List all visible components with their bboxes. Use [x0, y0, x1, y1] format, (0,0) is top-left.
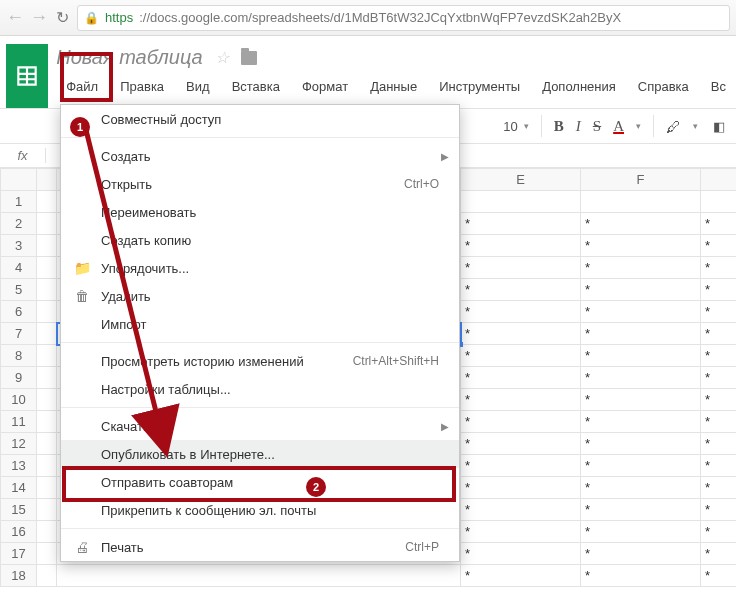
row-header[interactable]: 18 — [1, 565, 37, 587]
cell[interactable]: * — [581, 301, 701, 323]
cell[interactable] — [37, 367, 57, 389]
cell[interactable]: * — [461, 521, 581, 543]
file-menu-item[interactable]: Скачать как▶ — [61, 412, 459, 440]
file-menu-item[interactable]: ОткрытьCtrl+O — [61, 170, 459, 198]
cell[interactable]: * — [701, 433, 737, 455]
cell[interactable]: * — [701, 565, 737, 587]
row-header[interactable]: 5 — [1, 279, 37, 301]
file-menu-item[interactable]: Совместный доступ — [61, 105, 459, 133]
file-menu-item[interactable]: Прикрепить к сообщению эл. почты — [61, 496, 459, 524]
cell[interactable] — [581, 191, 701, 213]
cell[interactable]: * — [701, 411, 737, 433]
cell[interactable] — [57, 565, 461, 587]
cell[interactable] — [37, 477, 57, 499]
cell[interactable]: * — [701, 499, 737, 521]
file-menu-item[interactable]: Опубликовать в Интернете... — [61, 440, 459, 468]
cell[interactable] — [37, 565, 57, 587]
cell[interactable]: * — [461, 213, 581, 235]
cell[interactable]: * — [701, 323, 737, 345]
cell[interactable]: * — [581, 521, 701, 543]
row-header[interactable]: 2 — [1, 213, 37, 235]
cell[interactable]: * — [461, 323, 581, 345]
cell[interactable]: * — [581, 345, 701, 367]
cell[interactable]: * — [581, 477, 701, 499]
menu-данные[interactable]: Данные — [360, 75, 427, 98]
borders-button[interactable]: ◧ — [710, 119, 728, 134]
cell[interactable]: * — [581, 323, 701, 345]
row-header[interactable]: 11 — [1, 411, 37, 433]
cell[interactable] — [37, 389, 57, 411]
star-icon[interactable]: ☆ — [215, 48, 229, 67]
menu-правка[interactable]: Правка — [110, 75, 174, 98]
cell[interactable] — [37, 235, 57, 257]
url-bar[interactable]: 🔒 https ://docs.google.com/spreadsheets/… — [77, 5, 730, 31]
font-size-select[interactable]: 10▾ — [503, 119, 528, 134]
menu-вс[interactable]: Вс — [701, 75, 736, 98]
cell[interactable]: * — [581, 565, 701, 587]
cell[interactable]: * — [701, 367, 737, 389]
menu-справка[interactable]: Справка — [628, 75, 699, 98]
file-menu-item[interactable]: Отправить соавторам — [61, 468, 459, 496]
cell[interactable]: * — [581, 433, 701, 455]
file-menu-item[interactable]: Просмотреть историю измененийCtrl+Alt+Sh… — [61, 347, 459, 375]
cell[interactable]: * — [461, 389, 581, 411]
col-header[interactable]: F — [581, 169, 701, 191]
cell[interactable]: * — [701, 279, 737, 301]
cell[interactable]: * — [701, 455, 737, 477]
menu-дополнения[interactable]: Дополнения — [532, 75, 626, 98]
cell[interactable]: * — [461, 565, 581, 587]
row-header[interactable]: 15 — [1, 499, 37, 521]
cell[interactable]: * — [581, 235, 701, 257]
cell[interactable] — [37, 411, 57, 433]
cell[interactable] — [37, 543, 57, 565]
cell[interactable]: * — [701, 235, 737, 257]
cell[interactable] — [37, 257, 57, 279]
file-menu-item[interactable]: 📁Упорядочить... — [61, 254, 459, 282]
cell[interactable]: * — [581, 279, 701, 301]
file-menu-item[interactable]: Создать копию — [61, 226, 459, 254]
cell[interactable]: * — [581, 257, 701, 279]
italic-button[interactable]: I — [576, 118, 581, 135]
cell[interactable] — [37, 499, 57, 521]
cell[interactable]: * — [461, 499, 581, 521]
cell[interactable]: * — [701, 345, 737, 367]
cell[interactable]: * — [701, 477, 737, 499]
col-header[interactable] — [701, 169, 737, 191]
menu-вид[interactable]: Вид — [176, 75, 220, 98]
row-header[interactable]: 12 — [1, 433, 37, 455]
doc-title[interactable]: Новая таблица — [56, 46, 202, 69]
strike-button[interactable]: S — [593, 118, 601, 135]
cell[interactable] — [37, 279, 57, 301]
cell[interactable]: * — [701, 521, 737, 543]
cell[interactable]: * — [701, 257, 737, 279]
row-header[interactable]: 1 — [1, 191, 37, 213]
cell[interactable]: * — [461, 257, 581, 279]
nav-back-icon[interactable]: ← — [6, 7, 24, 28]
cell[interactable]: * — [581, 543, 701, 565]
row-header[interactable]: 9 — [1, 367, 37, 389]
reload-icon[interactable]: ↻ — [56, 8, 69, 27]
text-color-button[interactable]: A — [613, 118, 624, 135]
cell[interactable]: * — [581, 213, 701, 235]
menu-формат[interactable]: Формат — [292, 75, 358, 98]
cell[interactable] — [37, 323, 57, 345]
cell[interactable] — [37, 191, 57, 213]
menu-файл[interactable]: Файл — [56, 75, 108, 98]
row-header[interactable]: 4 — [1, 257, 37, 279]
cell[interactable] — [37, 345, 57, 367]
cell[interactable]: * — [461, 367, 581, 389]
cell[interactable]: * — [461, 345, 581, 367]
cell[interactable]: * — [581, 411, 701, 433]
row-header[interactable]: 7 — [1, 323, 37, 345]
cell[interactable]: * — [581, 455, 701, 477]
cell[interactable]: * — [461, 543, 581, 565]
row-header[interactable]: 16 — [1, 521, 37, 543]
file-menu-item[interactable]: Создать▶ — [61, 142, 459, 170]
row-header[interactable]: 10 — [1, 389, 37, 411]
col-header[interactable] — [37, 169, 57, 191]
cell[interactable]: * — [701, 301, 737, 323]
cell[interactable] — [37, 433, 57, 455]
sheets-logo[interactable] — [6, 44, 48, 108]
file-menu-item[interactable]: Настройки таблицы... — [61, 375, 459, 403]
cell[interactable]: * — [701, 543, 737, 565]
